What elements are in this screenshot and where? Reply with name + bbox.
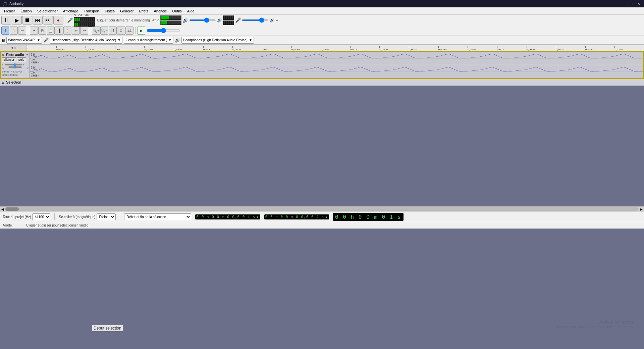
- snap-section: Se coller à (magnétique) Éteint Allumé: [59, 213, 116, 220]
- pan-left-label: G: [2, 66, 4, 69]
- menu-fichier[interactable]: Fichier: [1, 7, 18, 14]
- sel-end-text: 0 0 h 0 0 m 0 0,6 0 4 s: [265, 215, 324, 219]
- input-volume-slider[interactable]: [242, 19, 269, 21]
- statusbar: Taux du projet (Hz) 44100 48000 22050 Se…: [0, 212, 644, 222]
- track-close-button[interactable]: ✕: [2, 53, 4, 57]
- out-ch-meter-2: [223, 20, 234, 25]
- fit-selection-button[interactable]: [ ]: [109, 27, 117, 35]
- empty-area: [0, 86, 644, 206]
- edit-group: ✂ ⎘ 📋 ▐ ▯ ↩ ↪: [30, 27, 88, 35]
- volume-slider[interactable]: [5, 64, 22, 65]
- selection-triangle-icon[interactable]: ▲: [1, 81, 5, 84]
- track-name-label: Piste audio: [6, 53, 24, 57]
- menu-edition[interactable]: Édition: [18, 7, 35, 14]
- input-vol-icon-right: 🔊: [270, 18, 275, 22]
- minimize-button[interactable]: ─: [623, 1, 628, 6]
- menubar: Fichier Édition Sélectionner Affichage T…: [0, 7, 644, 15]
- play-speed-button[interactable]: ▶: [137, 27, 145, 35]
- channels-select[interactable]: 2 canaux d'enregistrement ( ▼: [124, 37, 173, 44]
- menu-selectionner[interactable]: Sélectionner: [35, 7, 60, 14]
- ruler-tick-18: 0,6670: [556, 46, 564, 51]
- track-dropdown-button[interactable]: ▼: [26, 53, 29, 56]
- monitoring-label[interactable]: Cliquer pour démarrer le monitoring: [96, 18, 151, 22]
- level-seg-r2: [76, 23, 78, 26]
- maximize-button[interactable]: □: [629, 1, 635, 6]
- output-volume-slider[interactable]: [189, 19, 216, 21]
- tracks-main-area: ✕ Piste audio ▼ Silencer Solo − + G D: [0, 51, 644, 206]
- next-button[interactable]: ⏭: [43, 16, 53, 24]
- channels-dropdown-icon: ▼: [168, 38, 172, 42]
- track-title-row: ✕ Piste audio ▼: [2, 53, 29, 57]
- input-meter: G -54 -48: [74, 14, 95, 27]
- zoom-in-button[interactable]: 🔍+: [92, 27, 100, 35]
- selection-tool-button[interactable]: I: [1, 27, 9, 35]
- envelope-tool-button[interactable]: ⌇: [10, 27, 18, 35]
- ruler-tick-3: 0,6370: [115, 46, 123, 51]
- menu-generer[interactable]: Générer: [117, 7, 136, 14]
- menu-aide[interactable]: Aide: [184, 7, 197, 14]
- host-select[interactable]: Windows WASAPI ▼: [6, 37, 42, 44]
- track-info-line2: 32 bits flottant: [2, 73, 29, 77]
- host-select-label: Windows WASAPI: [8, 38, 36, 42]
- project-rate-select[interactable]: 44100 48000 22050: [32, 213, 50, 220]
- trim-button[interactable]: ▐: [55, 27, 63, 35]
- zoom-normal-button[interactable]: 1:1: [125, 27, 133, 35]
- level-seg-4: [80, 18, 82, 21]
- record-button[interactable]: ●: [53, 16, 63, 24]
- pan-slider[interactable]: [8, 66, 22, 68]
- hscroll-thumb[interactable]: [5, 207, 19, 211]
- sel-end-spin-up[interactable]: ▲: [325, 215, 328, 219]
- redo-button[interactable]: ↪: [80, 27, 88, 35]
- activate-windows-subtitle: Accédez aux paramètres pour activer Wind…: [556, 325, 634, 329]
- prev-button[interactable]: ⏮: [33, 16, 43, 24]
- output-device-select[interactable]: Headphones (High Definition Audio Device…: [181, 37, 254, 44]
- separator-4: [135, 27, 136, 34]
- menu-effets[interactable]: Effets: [136, 7, 151, 14]
- level-seg-r4: [80, 23, 82, 26]
- play-speed-group: ▶: [137, 27, 180, 35]
- solo-button[interactable]: Solo: [17, 57, 26, 62]
- output-mic-icon: 🎤: [235, 17, 241, 23]
- hscroll-track[interactable]: [5, 207, 639, 211]
- output-dropdown-icon: ▼: [249, 38, 252, 42]
- copy-button[interactable]: ⎘: [38, 27, 46, 35]
- time-display: 0 0 h 0 0 m 0 1 s: [333, 213, 404, 221]
- y2-label-minus1-0: – 1,0: [31, 74, 37, 78]
- close-button[interactable]: ✕: [636, 1, 641, 6]
- zoom-group: 🔍+ 🔍− [ ] ⊡ 1:1: [92, 27, 133, 35]
- waveform-display[interactable]: 1,0 0,5 – 0,0 – 0,5 – – 1,0 1,0 0,5 – 0,…: [30, 52, 643, 78]
- paste-button[interactable]: 📋: [47, 27, 55, 35]
- channels-label: 2 canaux d'enregistrement (: [125, 38, 167, 42]
- toolbar-area: ⏸ ▶ ⏹ ⏮ ⏭ ● 🎤 G -54 -48: [0, 15, 644, 36]
- mic-device-select[interactable]: Headphones (High Definition Audio Device…: [50, 37, 122, 44]
- sel-start-spin-up[interactable]: ▲: [256, 215, 259, 219]
- cut-button[interactable]: ✂: [30, 27, 38, 35]
- scroll-left-arrow[interactable]: ◀: [1, 207, 4, 211]
- ruler-tick-12: 0,6550: [379, 46, 387, 51]
- snap-select[interactable]: Éteint Allumé: [97, 213, 116, 220]
- transport-toolbar: ⏸ ▶ ⏹ ⏮ ⏭ ● 🎤 G -54 -48: [0, 15, 644, 26]
- horizontal-scrollbar[interactable]: ◀ ▶: [0, 206, 644, 212]
- menu-analyse[interactable]: Analyse: [151, 7, 169, 14]
- selection-mode-select[interactable]: Début et fin de la sélection Début et du…: [124, 213, 191, 220]
- track-info: Stéréo, 44100Hz 32 bits flottant: [2, 70, 29, 77]
- silence-button[interactable]: ▯: [63, 27, 71, 35]
- scroll-right-arrow[interactable]: ▶: [640, 207, 643, 211]
- play-speed-slider[interactable]: [147, 28, 180, 33]
- mute-button[interactable]: Silencer: [2, 57, 16, 62]
- draw-tool-button[interactable]: ✏: [18, 27, 26, 35]
- app-title: 🎵 Audacity: [3, 2, 23, 6]
- undo-button[interactable]: ↩: [72, 27, 80, 35]
- stop-button[interactable]: ⏹: [22, 16, 32, 24]
- menu-outils[interactable]: Outils: [170, 7, 184, 14]
- track-sliders: − + G D: [2, 63, 29, 69]
- play-button[interactable]: ▶: [12, 16, 22, 24]
- input-level-section: 🎤 G -54 -48: [67, 14, 95, 27]
- level-seg-6: [85, 18, 86, 21]
- fit-project-button[interactable]: ⊡: [117, 27, 125, 35]
- pause-button[interactable]: ⏸: [1, 16, 11, 24]
- zoom-out-button[interactable]: 🔍−: [100, 27, 108, 35]
- db-label-minus12: -12: [152, 19, 156, 22]
- menu-pistes[interactable]: Pistes: [102, 7, 117, 14]
- snap-label: Se coller à (magnétique): [59, 215, 95, 219]
